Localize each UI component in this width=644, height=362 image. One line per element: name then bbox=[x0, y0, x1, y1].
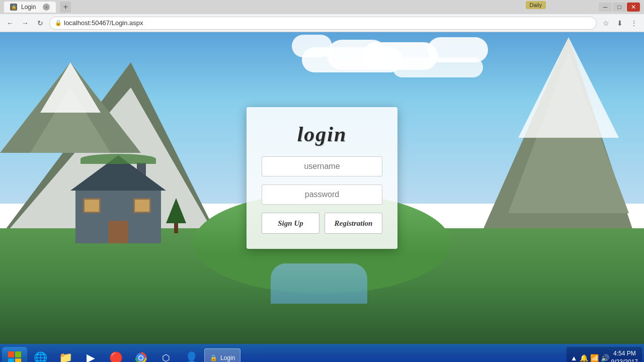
taskbar-app2-icon[interactable]: 👤 bbox=[179, 347, 203, 362]
windows-logo bbox=[7, 350, 22, 362]
close-button[interactable]: ✕ bbox=[627, 3, 640, 12]
svg-point-12 bbox=[139, 356, 143, 360]
login-title: login bbox=[297, 122, 347, 146]
menu-icon[interactable]: ⋮ bbox=[628, 17, 640, 29]
taskbar-active-app[interactable]: 🔒 Login bbox=[204, 348, 240, 362]
snow-mountain-left bbox=[0, 62, 141, 153]
window-controls: ─ □ ✕ bbox=[599, 3, 640, 12]
taskbar: 🌐 📁 ▶ 🔴 ⬡ 👤 🔒 Login Daily ▲ 🔔 📶 🔊 4:54 P… bbox=[0, 344, 644, 362]
minimize-button[interactable]: ─ bbox=[599, 3, 612, 12]
new-tab-button[interactable]: + bbox=[60, 2, 71, 13]
bookmark-icon[interactable]: ☆ bbox=[600, 17, 612, 29]
main-content: login Sign Up Registration bbox=[0, 32, 644, 344]
lock-icon: 🔒 bbox=[55, 20, 62, 26]
tray-icon-1[interactable]: 🔔 bbox=[580, 354, 588, 362]
svg-marker-5 bbox=[518, 37, 619, 138]
system-tray: ▲ 🔔 📶 🔊 4:54 PM 9/23/2017 bbox=[567, 347, 642, 362]
url-text: localhost:50467/Login.aspx bbox=[64, 19, 143, 27]
svg-rect-9 bbox=[15, 358, 21, 362]
clock-date: 9/23/2017 bbox=[611, 358, 638, 362]
tab-close-button[interactable]: × bbox=[43, 4, 50, 11]
title-bar: 🔒 Login × + ─ □ ✕ bbox=[0, 0, 644, 14]
login-panel: login Sign Up Registration bbox=[247, 107, 397, 249]
forward-button[interactable]: → bbox=[19, 17, 31, 29]
active-tab[interactable]: 🔒 Login × bbox=[4, 2, 56, 13]
username-input[interactable] bbox=[262, 156, 382, 176]
taskbar-app-favicon: 🔒 bbox=[210, 354, 217, 361]
registration-button[interactable]: Registration bbox=[325, 213, 382, 234]
start-button[interactable] bbox=[2, 347, 27, 362]
taskbar-folder-icon[interactable]: 📁 bbox=[53, 347, 77, 362]
chrome-svg bbox=[135, 352, 147, 362]
clock-time: 4:54 PM bbox=[611, 349, 638, 358]
nav-bar: ← → ↻ 🔒 localhost:50467/Login.aspx ☆ ⬇ ⋮ bbox=[0, 14, 644, 32]
daily-widget[interactable]: Daily bbox=[526, 1, 546, 9]
taskbar-media-icon[interactable]: ▶ bbox=[78, 347, 103, 362]
svg-marker-2 bbox=[40, 62, 101, 113]
back-button[interactable]: ← bbox=[4, 17, 16, 29]
house-container bbox=[75, 188, 161, 243]
svg-rect-6 bbox=[8, 351, 14, 357]
tab-title: Login bbox=[21, 4, 36, 11]
signup-button[interactable]: Sign Up bbox=[262, 213, 319, 234]
download-icon[interactable]: ⬇ bbox=[614, 17, 626, 29]
svg-rect-8 bbox=[8, 358, 14, 362]
browser-nav-icons: ☆ ⬇ ⋮ bbox=[600, 17, 640, 29]
taskbar-app1-icon[interactable]: 🔴 bbox=[104, 347, 128, 362]
system-clock[interactable]: 4:54 PM 9/23/2017 bbox=[611, 349, 638, 362]
taskbar-ie-icon[interactable]: 🌐 bbox=[28, 347, 52, 362]
taskbar-app-label: Login bbox=[220, 354, 235, 361]
login-buttons: Sign Up Registration bbox=[262, 213, 382, 234]
cloud-4 bbox=[292, 35, 332, 57]
address-bar[interactable]: 🔒 localhost:50467/Login.aspx bbox=[49, 17, 597, 30]
taskbar-vs-icon[interactable]: ⬡ bbox=[154, 347, 178, 362]
taskbar-chrome-icon[interactable] bbox=[129, 347, 153, 362]
tab-favicon: 🔒 bbox=[10, 4, 17, 11]
maximize-button[interactable]: □ bbox=[613, 3, 626, 12]
refresh-button[interactable]: ↻ bbox=[34, 17, 46, 29]
tray-volume-icon[interactable]: 🔊 bbox=[601, 354, 609, 362]
tray-up-arrow[interactable]: ▲ bbox=[571, 354, 578, 362]
tray-network-icon[interactable]: 📶 bbox=[590, 354, 599, 362]
svg-rect-7 bbox=[15, 351, 21, 357]
tree-1 bbox=[166, 198, 186, 233]
password-input[interactable] bbox=[262, 185, 382, 205]
water bbox=[271, 263, 367, 304]
